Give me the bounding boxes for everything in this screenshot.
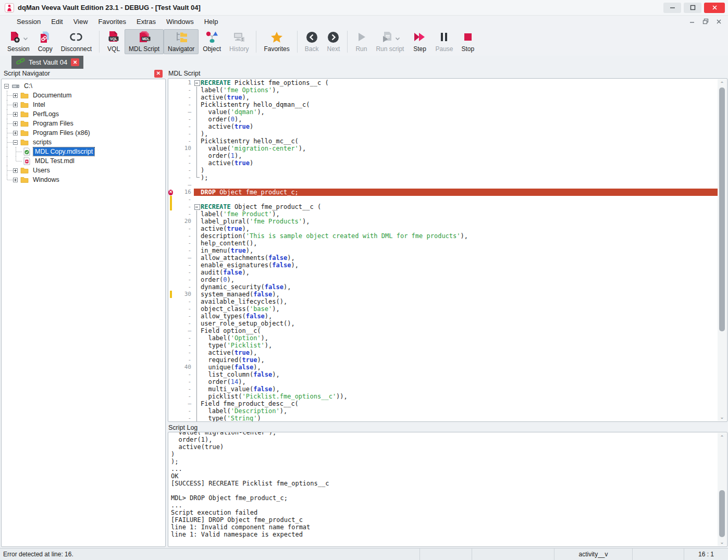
expand-icon[interactable]	[13, 178, 18, 182]
menu-view[interactable]: View	[68, 16, 93, 28]
editor-line-18[interactable]: -RECREATE Object fme_product__c (	[168, 203, 718, 210]
editor-line-33[interactable]: -allow_types(false),	[168, 313, 718, 320]
editor-line-41[interactable]: - list_column(false),	[168, 371, 718, 378]
editor-line-21[interactable]: -active(true),	[168, 225, 718, 232]
tree-item-intel[interactable]: Intel	[2, 100, 165, 109]
editor-line-23[interactable]: -help_content(),	[168, 240, 718, 247]
editor-line-31[interactable]: -available_lifecycles(),	[168, 298, 718, 305]
stop-button[interactable]: Stop	[458, 29, 479, 54]
tree-item-documentum[interactable]: Documentum	[2, 91, 165, 100]
editor-line-8[interactable]: -),	[168, 130, 718, 138]
editor-line-45[interactable]: –Field fme_product_desc__c(	[168, 400, 718, 407]
editor-line-34[interactable]: -user_role_setup_object(),	[168, 320, 718, 327]
editor-line-35[interactable]: –Field option__c(	[168, 327, 718, 334]
expand-icon[interactable]	[13, 112, 18, 117]
mdi-close-icon[interactable]	[716, 17, 722, 27]
back-button[interactable]: Back	[301, 29, 323, 54]
editor-line-17[interactable]: -	[168, 196, 718, 203]
editor-line-27[interactable]: -audit(false),	[168, 269, 718, 276]
menu-extras[interactable]: Extras	[131, 16, 161, 28]
menu-session[interactable]: Session	[11, 16, 46, 28]
session-button[interactable]: Session	[3, 29, 34, 54]
collapse-icon[interactable]	[4, 84, 9, 89]
editor-line-25[interactable]: –allow_attachments(false),	[168, 254, 718, 262]
menu-help[interactable]: Help	[199, 16, 224, 28]
editor-line-37[interactable]: - type('Picklist'),	[168, 342, 718, 349]
expand-icon[interactable]	[13, 93, 18, 98]
editor-line-9[interactable]: -Picklistentry hello_mc__c(	[168, 138, 718, 145]
tree-item-perflogs[interactable]: PerfLogs	[2, 109, 165, 119]
editor-line-29[interactable]: -dynamic_security(false),	[168, 283, 718, 291]
tab-test-vault-04[interactable]: Test Vault 04 ✕	[11, 56, 83, 69]
editor-line-26[interactable]: -enable_esignatures(false),	[168, 262, 718, 269]
expand-icon[interactable]	[13, 121, 18, 126]
editor-line-47[interactable]: - type('String')	[168, 415, 718, 422]
navigator-button[interactable]: Navigator	[164, 29, 199, 54]
mdl-script-button[interactable]: MDLMDL Script	[125, 29, 164, 54]
scroll-down-icon[interactable]: ⌄	[718, 538, 726, 546]
fold-collapse-icon[interactable]	[194, 79, 201, 86]
editor-scroll-thumb[interactable]	[719, 88, 725, 331]
log-scroll-thumb[interactable]	[719, 490, 725, 537]
script-navigator-close-icon[interactable]: ✕	[154, 70, 163, 78]
menu-windows[interactable]: Windows	[161, 16, 199, 28]
minimize-button[interactable]	[663, 3, 681, 13]
expand-icon[interactable]	[13, 103, 18, 107]
editor-line-14[interactable]: -);	[168, 174, 718, 181]
favorites-button[interactable]: Favorites	[260, 29, 293, 54]
history-button[interactable]: History	[225, 29, 253, 54]
scroll-up-icon[interactable]: ⌃	[718, 79, 726, 88]
copy-button[interactable]: Copy	[34, 29, 57, 54]
scroll-down-icon[interactable]: ⌄	[718, 413, 726, 421]
mdi-restore-icon[interactable]	[702, 17, 709, 27]
editor-line-46[interactable]: - label('Description'),	[168, 407, 718, 415]
tree-item-users[interactable]: Users	[2, 166, 165, 175]
step-button[interactable]: Step	[408, 29, 431, 54]
editor-line-12[interactable]: - active(true)	[168, 159, 718, 167]
run-button[interactable]: Run	[351, 29, 372, 54]
tree-item-program-files-x86[interactable]: Program Files (x86)	[2, 128, 165, 138]
editor-line-32[interactable]: -object_class('base'),	[168, 305, 718, 313]
editor-line-43[interactable]: - multi_value(false),	[168, 385, 718, 393]
scroll-up-icon[interactable]: ⌃	[718, 433, 726, 441]
tree-item-mdl-copy-mdlscript[interactable]: MDL Copy.mdlscript	[2, 147, 165, 156]
chevron-down-icon[interactable]	[23, 33, 28, 43]
editor-line-19[interactable]: -label('fme Product'),	[168, 210, 718, 218]
mdi-minimize-icon[interactable]	[689, 17, 695, 27]
tree-item-program-files[interactable]: Program Files	[2, 119, 165, 128]
editor-line-3[interactable]: -active(true),	[168, 94, 718, 101]
menu-favorites[interactable]: Favorites	[93, 16, 131, 28]
menu-edit[interactable]: Edit	[46, 16, 68, 28]
editor-line-7[interactable]: - active(true)	[168, 123, 718, 130]
editor-line-20[interactable]: 20label_plural('fme Products'),	[168, 218, 718, 225]
editor-line-39[interactable]: - required(true),	[168, 356, 718, 364]
editor-line-6[interactable]: - order(0),	[168, 116, 718, 123]
editor-vertical-scrollbar[interactable]: ⌃ ⌄	[718, 79, 726, 421]
editor-line-36[interactable]: - label('Option'),	[168, 334, 718, 342]
fold-collapse-icon[interactable]	[194, 203, 201, 210]
next-button[interactable]: Next	[323, 29, 344, 54]
run-script-button[interactable]: Run script	[372, 29, 408, 54]
editor-line-13[interactable]: -)	[168, 167, 718, 174]
editor-line-2[interactable]: -label('fme Options'),	[168, 86, 718, 94]
log-vertical-scrollbar[interactable]: ⌃ ⌄	[718, 433, 726, 546]
close-button[interactable]	[704, 3, 725, 13]
tree-item-windows[interactable]: Windows	[2, 175, 165, 184]
object-button[interactable]: Object	[199, 29, 225, 54]
expand-icon[interactable]	[13, 131, 18, 135]
editor-line-24[interactable]: -in_menu(true),	[168, 247, 718, 254]
editor-line-40[interactable]: 40 unique(false),	[168, 364, 718, 371]
tab-close-icon[interactable]: ✕	[71, 58, 79, 66]
editor-line-16[interactable]: ✕16DROP Object fme_product_c;	[168, 189, 718, 196]
editor-line-1[interactable]: 1RECREATE Picklist fme_options__c (	[168, 79, 718, 86]
script-log[interactable]: value('migration-center'), order(1), act…	[168, 432, 727, 547]
editor-line-38[interactable]: - active(true),	[168, 349, 718, 356]
collapse-icon[interactable]	[13, 140, 18, 145]
editor-line-42[interactable]: - order(14),	[168, 378, 718, 385]
editor-line-28[interactable]: -order(0),	[168, 276, 718, 283]
code-editor[interactable]: 1RECREATE Picklist fme_options__c (-labe…	[168, 78, 727, 422]
editor-line-11[interactable]: - order(1),	[168, 152, 718, 159]
expand-icon[interactable]	[13, 168, 18, 173]
editor-line-5[interactable]: – value('dqman'),	[168, 108, 718, 116]
pause-button[interactable]: Pause	[431, 29, 457, 54]
